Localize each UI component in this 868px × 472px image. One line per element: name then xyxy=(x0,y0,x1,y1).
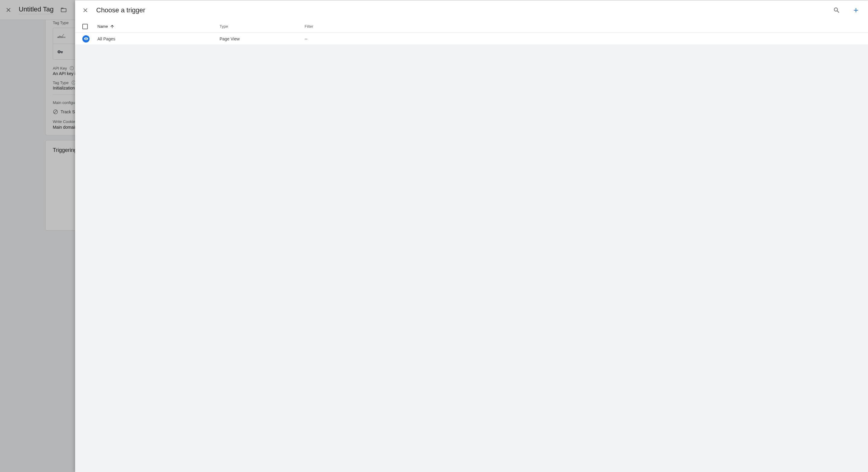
column-header-name-label: Name xyxy=(97,24,108,29)
column-header-filter[interactable]: Filter xyxy=(305,24,863,29)
row-icon-cell xyxy=(82,35,97,42)
arrow-up-icon xyxy=(110,24,115,29)
close-button[interactable] xyxy=(82,7,89,14)
column-header-type[interactable]: Type xyxy=(220,24,305,29)
plus-icon xyxy=(852,7,860,14)
choose-trigger-panel: Choose a trigger Name Type Filter xyxy=(75,0,868,472)
page-view-trigger-icon xyxy=(82,35,90,42)
row-type: Page View xyxy=(220,36,305,41)
add-button[interactable] xyxy=(850,4,862,16)
column-header-name[interactable]: Name xyxy=(97,24,220,29)
row-name: All Pages xyxy=(97,36,220,41)
row-filter: -- xyxy=(305,36,863,41)
panel-header: Choose a trigger xyxy=(75,0,868,20)
panel-title: Choose a trigger xyxy=(96,6,824,14)
select-all-cell xyxy=(82,24,97,29)
search-icon xyxy=(833,7,840,14)
table-header-row: Name Type Filter xyxy=(75,20,868,33)
search-button[interactable] xyxy=(831,4,843,16)
trigger-table: Name Type Filter All Pages Page View -- xyxy=(75,20,868,45)
select-all-checkbox[interactable] xyxy=(82,24,88,29)
close-icon xyxy=(82,7,89,13)
eye-icon xyxy=(84,36,88,41)
panel-empty-area xyxy=(75,45,868,472)
trigger-row[interactable]: All Pages Page View -- xyxy=(75,33,868,45)
